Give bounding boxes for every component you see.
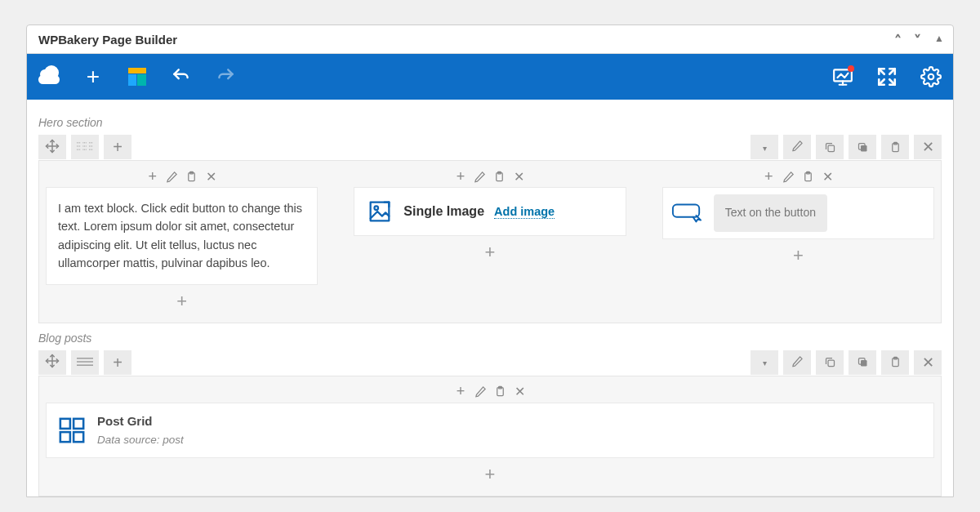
move-down-icon[interactable]: ˅ — [908, 33, 926, 48]
col-edit-icon[interactable] — [781, 169, 795, 184]
svg-rect-41 — [60, 432, 70, 442]
column: + ✕ Post Grid Data source: post — [39, 376, 941, 496]
templates-icon[interactable] — [127, 66, 148, 87]
text-block-element[interactable]: I am text block. Click edit button to ch… — [46, 187, 318, 285]
row-body: + ✕ I am text block. Click edit button t… — [38, 160, 942, 323]
svg-rect-27 — [673, 204, 699, 216]
row-drag-handle[interactable] — [38, 135, 66, 159]
col-delete-icon[interactable]: ✕ — [820, 169, 835, 184]
column-append-button[interactable]: + — [662, 239, 934, 272]
panel-controls: ˄ ˅ ▲ — [889, 32, 948, 47]
builder-toolbar: + — [27, 54, 953, 100]
panel-header: WPBakery Page Builder ˄ ˅ ▲ — [27, 25, 953, 54]
row-body: + ✕ Post Grid Data source: post — [38, 376, 942, 496]
text-block-content: I am text block. Click edit button to ch… — [58, 202, 302, 269]
column-controls: + ✕ — [46, 381, 934, 403]
svg-rect-15 — [828, 145, 835, 152]
svg-rect-39 — [60, 419, 70, 429]
svg-point-5 — [929, 74, 934, 80]
col-clipboard-icon[interactable] — [492, 169, 507, 184]
row-clone-button[interactable] — [849, 350, 876, 375]
collapse-toggle-icon[interactable]: ▲ — [930, 33, 948, 43]
col-edit-icon[interactable] — [165, 169, 180, 184]
row-layout-button[interactable] — [71, 135, 99, 159]
col-clipboard-icon[interactable] — [492, 385, 507, 399]
wpbakery-cloud-icon[interactable] — [38, 66, 60, 87]
element-subtitle: Data source: post — [97, 432, 184, 449]
svg-rect-33 — [861, 360, 867, 367]
add-element-icon[interactable]: + — [82, 66, 104, 87]
undo-icon[interactable] — [171, 66, 192, 87]
fullscreen-icon[interactable] — [876, 66, 898, 87]
col-add-icon[interactable]: + — [453, 169, 468, 184]
col-add-icon[interactable]: + — [761, 169, 776, 184]
svg-rect-16 — [861, 145, 867, 152]
button-element[interactable]: Text on the button — [662, 187, 934, 239]
column-append-button[interactable]: + — [46, 285, 318, 318]
row-more-button[interactable]: ▾ — [751, 350, 778, 375]
column-controls: + ✕ — [662, 166, 934, 187]
section-label: Blog posts — [38, 332, 942, 345]
preview-notification-dot — [848, 65, 854, 72]
col-delete-icon[interactable]: ✕ — [512, 169, 527, 184]
row-controls: + ▾ ✕ — [38, 134, 942, 160]
row-clipboard-button[interactable] — [881, 135, 909, 159]
svg-rect-32 — [828, 360, 835, 367]
button-icon — [671, 203, 702, 224]
settings-icon[interactable] — [920, 66, 942, 87]
row-delete-button[interactable]: ✕ — [914, 350, 942, 375]
row-clone-button[interactable] — [849, 135, 876, 159]
section-label: Hero section — [38, 116, 942, 129]
redo-icon[interactable] — [215, 66, 236, 87]
row-layout-button[interactable] — [71, 350, 99, 375]
row-controls: + ▾ ✕ — [38, 349, 942, 376]
column-controls: + ✕ — [354, 166, 626, 187]
col-clipboard-icon[interactable] — [800, 169, 815, 184]
column-append-button[interactable]: + — [354, 236, 626, 269]
col-delete-icon[interactable]: ✕ — [204, 169, 219, 184]
col-clipboard-icon[interactable] — [185, 169, 199, 184]
row-more-button[interactable]: ▾ — [751, 135, 778, 159]
row-add-column-button[interactable]: + — [104, 135, 131, 159]
element-title: Post Grid — [97, 412, 184, 430]
panel-title: WPBakery Page Builder — [38, 33, 177, 47]
move-up-icon[interactable]: ˄ — [889, 33, 906, 48]
add-image-link[interactable]: Add image — [494, 205, 555, 219]
col-edit-icon[interactable] — [473, 169, 488, 184]
column: + ✕ Text on the button + — [656, 161, 941, 323]
svg-rect-40 — [74, 419, 83, 429]
col-delete-icon[interactable]: ✕ — [512, 385, 527, 399]
row-edit-button[interactable] — [783, 135, 811, 159]
row-drag-handle[interactable] — [38, 350, 66, 375]
row-add-column-button[interactable]: + — [104, 350, 131, 375]
svg-point-24 — [375, 206, 379, 210]
element-title: Single Image — [403, 204, 484, 218]
col-add-icon[interactable]: + — [453, 385, 468, 399]
post-grid-element[interactable]: Post Grid Data source: post — [46, 403, 934, 458]
svg-rect-42 — [74, 432, 83, 442]
row-clipboard-button[interactable] — [881, 350, 909, 375]
button-placeholder: Text on the button — [714, 194, 827, 232]
grid-icon — [58, 416, 86, 444]
row-edit-button[interactable] — [783, 350, 811, 375]
single-image-element[interactable]: Single Image Add image — [354, 187, 626, 236]
builder-canvas: Hero section + ▾ — [27, 100, 953, 496]
row-copy-button[interactable] — [816, 350, 844, 375]
column-controls: + ✕ — [46, 166, 318, 187]
image-icon — [366, 198, 394, 225]
col-edit-icon[interactable] — [473, 385, 488, 399]
row-copy-button[interactable] — [816, 135, 844, 159]
col-add-icon[interactable]: + — [145, 169, 160, 184]
page-builder-panel: WPBakery Page Builder ˄ ˅ ▲ + — [26, 24, 954, 497]
column-append-button[interactable]: + — [46, 458, 934, 491]
column: + ✕ Single Image Add image — [347, 161, 632, 323]
column: + ✕ I am text block. Click edit button t… — [39, 161, 324, 323]
preview-icon[interactable] — [832, 66, 853, 87]
row-delete-button[interactable]: ✕ — [914, 135, 942, 159]
